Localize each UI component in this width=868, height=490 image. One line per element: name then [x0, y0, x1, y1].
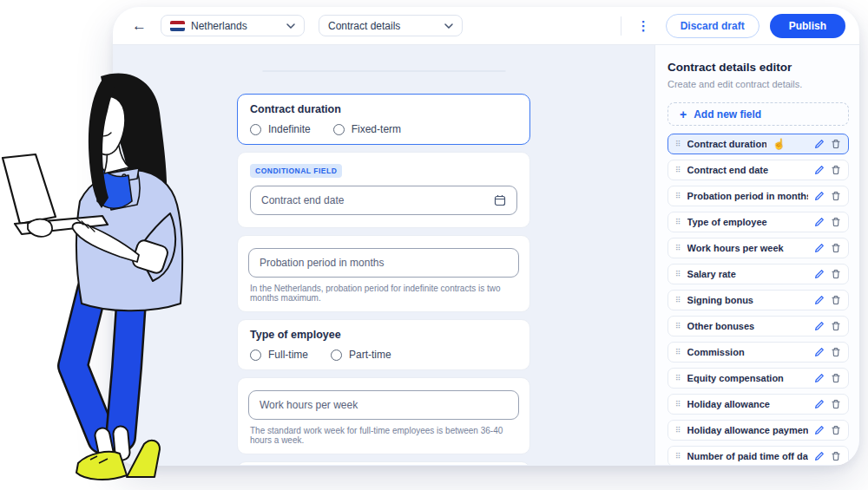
add-new-field-button[interactable]: + Add new field: [667, 102, 849, 126]
work-hours-placeholder: Work hours per week: [260, 399, 508, 411]
conditional-field-badge: CONDITIONAL FIELD: [250, 164, 342, 178]
field-label: Holiday allowance payment fre...: [687, 425, 808, 435]
radio-circle-icon[interactable]: [331, 350, 342, 361]
probation-input[interactable]: Probation period in months: [248, 248, 519, 278]
field-row[interactable]: ⠿ Holiday allowance ☝: [667, 394, 849, 415]
radio-option[interactable]: Fixed-term: [333, 123, 401, 135]
edit-pencil-icon[interactable]: [814, 399, 825, 409]
field-row[interactable]: ⠿ Probation period in months ☝: [667, 186, 849, 206]
drag-handle-icon[interactable]: ⠿: [675, 271, 681, 278]
probation-placeholder: Probation period in months: [260, 257, 508, 269]
chevron-down-icon: [444, 23, 453, 29]
radio-option[interactable]: Indefinite: [250, 123, 311, 135]
drag-handle-icon[interactable]: ⠿: [675, 219, 681, 226]
field-row[interactable]: ⠿ Signing bonus ☝: [667, 290, 849, 310]
radio-circle-icon[interactable]: [250, 124, 261, 135]
salary-rate-card[interactable]: Salary rate: [237, 461, 530, 465]
delete-trash-icon[interactable]: [831, 139, 841, 149]
delete-trash-icon[interactable]: [831, 347, 841, 357]
edit-pencil-icon[interactable]: [814, 373, 825, 383]
delete-trash-icon[interactable]: [831, 373, 841, 383]
edit-pencil-icon[interactable]: [814, 321, 825, 331]
probation-card[interactable]: Probation period in months In the Nether…: [237, 235, 530, 312]
edit-pencil-icon[interactable]: [814, 191, 825, 201]
field-row[interactable]: ⠿ Contract duration ☝: [667, 134, 849, 154]
radio-label: Full-time: [268, 349, 308, 361]
field-label: Probation period in months: [687, 191, 808, 201]
country-select[interactable]: Netherlands: [161, 15, 305, 36]
field-row[interactable]: ⠿ Type of employee ☝: [667, 212, 849, 232]
back-arrow-icon[interactable]: ←: [132, 17, 147, 35]
drag-handle-icon[interactable]: ⠿: [675, 401, 681, 408]
drag-handle-icon[interactable]: ⠿: [675, 167, 681, 174]
delete-trash-icon[interactable]: [831, 425, 841, 435]
drag-handle-icon[interactable]: ⠿: [675, 297, 681, 304]
delete-trash-icon[interactable]: [831, 269, 841, 279]
field-row[interactable]: ⠿ Work hours per week ☝: [667, 238, 849, 258]
edit-pencil-icon[interactable]: [814, 451, 825, 461]
netherlands-flag-icon: [170, 21, 185, 31]
delete-trash-icon[interactable]: [831, 321, 841, 331]
radio-circle-icon[interactable]: [250, 350, 261, 361]
edit-pencil-icon[interactable]: [814, 269, 825, 279]
radio-circle-icon[interactable]: [333, 124, 345, 135]
publish-button[interactable]: Publish: [770, 14, 845, 38]
field-row[interactable]: ⠿ Other bonuses ☝: [667, 316, 849, 336]
contract-duration-card[interactable]: Contract duration Indefinite Fixed-term: [237, 94, 530, 145]
field-row[interactable]: ⠿ Commission ☝: [667, 342, 849, 363]
employee-type-radios: Full-time Part-time: [250, 349, 517, 361]
drag-handle-icon[interactable]: ⠿: [675, 245, 681, 252]
field-row[interactable]: ⠿ Number of paid time off days ☝: [667, 446, 849, 465]
drag-handle-icon[interactable]: ⠿: [675, 140, 681, 148]
edit-pencil-icon[interactable]: [814, 243, 825, 253]
contract-end-date-input[interactable]: Contract end date: [250, 186, 517, 215]
contract-duration-radios: Indefinite Fixed-term: [250, 123, 517, 135]
field-row[interactable]: ⠿ Equity compensation ☝: [667, 368, 849, 389]
chevron-down-icon: [286, 23, 295, 29]
delete-trash-icon[interactable]: [831, 399, 841, 409]
discard-draft-button[interactable]: Discard draft: [666, 14, 760, 38]
country-select-value: Netherlands: [191, 20, 280, 32]
field-label: Number of paid time off days: [687, 451, 808, 461]
field-label: Salary rate: [687, 269, 808, 279]
kebab-menu-icon[interactable]: ⋮: [621, 18, 666, 34]
field-label: Holiday allowance: [687, 399, 808, 409]
template-select[interactable]: Contract details: [319, 15, 463, 36]
delete-trash-icon[interactable]: [831, 295, 841, 305]
employee-type-label: Type of employee: [250, 329, 517, 341]
radio-label: Indefinite: [268, 123, 311, 135]
radio-option[interactable]: Part-time: [331, 349, 391, 361]
contract-end-date-card[interactable]: CONDITIONAL FIELD Contract end date: [237, 152, 530, 228]
drag-handle-icon[interactable]: ⠿: [675, 453, 681, 461]
edit-pencil-icon[interactable]: [814, 165, 825, 175]
delete-trash-icon[interactable]: [831, 243, 841, 253]
drag-handle-icon[interactable]: ⠿: [675, 375, 681, 382]
drag-handle-icon[interactable]: ⠿: [675, 193, 681, 200]
drag-handle-icon[interactable]: ⠿: [675, 323, 681, 330]
delete-trash-icon[interactable]: [831, 191, 841, 201]
delete-trash-icon[interactable]: [831, 165, 841, 175]
edit-pencil-icon[interactable]: [814, 425, 825, 435]
field-label: Type of employee: [687, 217, 808, 227]
contract-duration-label: Contract duration: [250, 103, 517, 115]
work-hours-card[interactable]: Work hours per week The standard work we…: [237, 377, 530, 454]
edit-pencil-icon[interactable]: [814, 347, 825, 357]
add-new-field-label: Add new field: [694, 108, 761, 121]
field-row[interactable]: ⠿ Salary rate ☝: [667, 264, 849, 284]
drag-handle-icon[interactable]: ⠿: [675, 349, 681, 356]
edit-pencil-icon[interactable]: [814, 139, 825, 149]
field-row[interactable]: ⠿ Holiday allowance payment fre... ☝: [667, 420, 849, 441]
delete-trash-icon[interactable]: [831, 217, 841, 227]
edit-pencil-icon[interactable]: [814, 217, 825, 227]
employee-type-card[interactable]: Type of employee Full-time Part-time: [237, 319, 530, 370]
radio-option[interactable]: Full-time: [250, 349, 308, 361]
builder-area: Builder Conditionals Preview Contract du…: [113, 45, 654, 465]
delete-trash-icon[interactable]: [831, 451, 841, 461]
field-row[interactable]: ⠿ Contract end date ☝: [667, 160, 849, 180]
drag-handle-icon[interactable]: ⠿: [675, 427, 681, 434]
field-label: Other bonuses: [687, 321, 808, 331]
work-hours-input[interactable]: Work hours per week: [248, 390, 519, 420]
cursor-pointer-icon: ☝: [773, 138, 786, 150]
field-label: Signing bonus: [687, 295, 808, 305]
edit-pencil-icon[interactable]: [814, 295, 825, 305]
